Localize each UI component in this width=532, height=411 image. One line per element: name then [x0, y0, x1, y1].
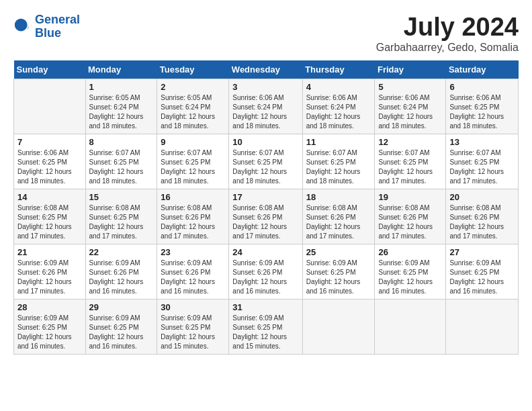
calendar-cell: 25Sunrise: 6:09 AM Sunset: 6:25 PM Dayli… — [302, 244, 375, 299]
day-info: Sunrise: 6:09 AM Sunset: 6:25 PM Dayligh… — [232, 314, 298, 351]
day-number: 27 — [449, 247, 515, 257]
calendar-cell — [302, 299, 375, 354]
logo-text: General Blue — [35, 13, 80, 40]
day-number: 8 — [89, 137, 154, 147]
day-number: 15 — [89, 192, 154, 202]
day-info: Sunrise: 6:09 AM Sunset: 6:25 PM Dayligh… — [449, 259, 515, 296]
day-number: 19 — [378, 192, 442, 202]
calendar-cell: 26Sunrise: 6:09 AM Sunset: 6:25 PM Dayli… — [375, 244, 446, 299]
day-number: 18 — [306, 192, 371, 202]
calendar-cell: 27Sunrise: 6:09 AM Sunset: 6:25 PM Dayli… — [446, 244, 519, 299]
day-info: Sunrise: 6:08 AM Sunset: 6:26 PM Dayligh… — [161, 203, 225, 241]
day-info: Sunrise: 6:07 AM Sunset: 6:25 PM Dayligh… — [161, 148, 225, 186]
calendar-cell — [375, 299, 446, 354]
day-info: Sunrise: 6:06 AM Sunset: 6:24 PM Dayligh… — [378, 93, 442, 131]
calendar-cell — [14, 79, 86, 134]
day-number: 28 — [17, 302, 82, 312]
day-number: 31 — [232, 302, 298, 312]
day-number: 2 — [161, 82, 225, 92]
calendar-cell: 3Sunrise: 6:06 AM Sunset: 6:24 PM Daylig… — [229, 79, 302, 134]
logo-line2: Blue — [35, 26, 61, 40]
title-block: July 2024 Garbahaarrey, Gedo, Somalia — [376, 13, 519, 54]
day-number: 12 — [378, 137, 442, 147]
calendar-cell: 28Sunrise: 6:09 AM Sunset: 6:25 PM Dayli… — [14, 299, 86, 354]
logo-line1: General — [35, 13, 80, 26]
calendar-week-row: 28Sunrise: 6:09 AM Sunset: 6:25 PM Dayli… — [14, 299, 519, 354]
day-number: 9 — [161, 137, 225, 147]
calendar-week-row: 7Sunrise: 6:06 AM Sunset: 6:25 PM Daylig… — [14, 134, 519, 189]
day-number: 17 — [232, 192, 298, 202]
calendar-week-row: 1Sunrise: 6:05 AM Sunset: 6:24 PM Daylig… — [14, 79, 519, 134]
calendar-cell: 4Sunrise: 6:06 AM Sunset: 6:24 PM Daylig… — [302, 79, 375, 134]
day-number: 1 — [89, 82, 154, 92]
day-info: Sunrise: 6:08 AM Sunset: 6:25 PM Dayligh… — [17, 203, 82, 241]
day-info: Sunrise: 6:09 AM Sunset: 6:26 PM Dayligh… — [161, 259, 225, 296]
calendar-cell: 19Sunrise: 6:08 AM Sunset: 6:26 PM Dayli… — [375, 189, 446, 244]
calendar-cell: 20Sunrise: 6:08 AM Sunset: 6:26 PM Dayli… — [446, 189, 519, 244]
day-info: Sunrise: 6:08 AM Sunset: 6:25 PM Dayligh… — [89, 203, 154, 241]
calendar-cell: 17Sunrise: 6:08 AM Sunset: 6:26 PM Dayli… — [229, 189, 302, 244]
header-wednesday: Wednesday — [229, 60, 302, 79]
day-info: Sunrise: 6:06 AM Sunset: 6:25 PM Dayligh… — [449, 93, 515, 131]
calendar-week-row: 21Sunrise: 6:09 AM Sunset: 6:26 PM Dayli… — [14, 244, 519, 299]
header-friday: Friday — [375, 60, 446, 79]
calendar-cell: 24Sunrise: 6:09 AM Sunset: 6:26 PM Dayli… — [229, 244, 302, 299]
day-info: Sunrise: 6:09 AM Sunset: 6:25 PM Dayligh… — [161, 314, 225, 351]
calendar-week-row: 14Sunrise: 6:08 AM Sunset: 6:25 PM Dayli… — [14, 189, 519, 244]
calendar-cell: 8Sunrise: 6:07 AM Sunset: 6:25 PM Daylig… — [85, 134, 157, 189]
calendar-cell: 22Sunrise: 6:09 AM Sunset: 6:26 PM Dayli… — [85, 244, 157, 299]
calendar-cell: 6Sunrise: 6:06 AM Sunset: 6:25 PM Daylig… — [446, 79, 519, 134]
calendar-cell — [446, 299, 519, 354]
day-info: Sunrise: 6:09 AM Sunset: 6:26 PM Dayligh… — [89, 259, 154, 296]
day-number: 10 — [232, 137, 298, 147]
page-header: General Blue July 2024 Garbahaarrey, Ged… — [13, 13, 519, 54]
day-info: Sunrise: 6:05 AM Sunset: 6:24 PM Dayligh… — [161, 93, 225, 131]
day-number: 14 — [17, 192, 82, 202]
calendar-cell: 18Sunrise: 6:08 AM Sunset: 6:26 PM Dayli… — [302, 189, 375, 244]
calendar-cell: 1Sunrise: 6:05 AM Sunset: 6:24 PM Daylig… — [85, 79, 157, 134]
calendar-cell: 31Sunrise: 6:09 AM Sunset: 6:25 PM Dayli… — [229, 299, 302, 354]
day-number: 23 — [161, 247, 225, 257]
calendar-cell: 21Sunrise: 6:09 AM Sunset: 6:26 PM Dayli… — [14, 244, 86, 299]
day-info: Sunrise: 6:07 AM Sunset: 6:25 PM Dayligh… — [378, 148, 442, 186]
month-year: July 2024 — [376, 13, 519, 42]
calendar-cell: 13Sunrise: 6:07 AM Sunset: 6:25 PM Dayli… — [446, 134, 519, 189]
day-info: Sunrise: 6:05 AM Sunset: 6:24 PM Dayligh… — [89, 93, 154, 131]
day-number: 20 — [449, 192, 515, 202]
calendar-cell: 29Sunrise: 6:09 AM Sunset: 6:25 PM Dayli… — [85, 299, 157, 354]
day-info: Sunrise: 6:08 AM Sunset: 6:26 PM Dayligh… — [378, 203, 442, 241]
day-number: 13 — [449, 137, 515, 147]
calendar-cell: 10Sunrise: 6:07 AM Sunset: 6:25 PM Dayli… — [229, 134, 302, 189]
day-info: Sunrise: 6:09 AM Sunset: 6:25 PM Dayligh… — [378, 259, 442, 296]
day-info: Sunrise: 6:07 AM Sunset: 6:25 PM Dayligh… — [232, 148, 298, 186]
calendar-cell: 12Sunrise: 6:07 AM Sunset: 6:25 PM Dayli… — [375, 134, 446, 189]
day-number: 26 — [378, 247, 442, 257]
day-number: 5 — [378, 82, 442, 92]
calendar-header-row: SundayMondayTuesdayWednesdayThursdayFrid… — [14, 60, 519, 79]
calendar-cell: 9Sunrise: 6:07 AM Sunset: 6:25 PM Daylig… — [157, 134, 229, 189]
day-info: Sunrise: 6:06 AM Sunset: 6:24 PM Dayligh… — [306, 93, 371, 131]
header-thursday: Thursday — [302, 60, 375, 79]
calendar-table: SundayMondayTuesdayWednesdayThursdayFrid… — [13, 60, 519, 355]
day-info: Sunrise: 6:08 AM Sunset: 6:26 PM Dayligh… — [449, 203, 515, 241]
day-info: Sunrise: 6:09 AM Sunset: 6:25 PM Dayligh… — [306, 259, 371, 296]
day-number: 11 — [306, 137, 371, 147]
day-number: 6 — [449, 82, 515, 92]
calendar-cell: 2Sunrise: 6:05 AM Sunset: 6:24 PM Daylig… — [157, 79, 229, 134]
day-info: Sunrise: 6:07 AM Sunset: 6:25 PM Dayligh… — [89, 148, 154, 186]
logo-icon — [13, 17, 32, 36]
day-number: 30 — [161, 302, 225, 312]
logo: General Blue — [13, 13, 80, 40]
location: Garbahaarrey, Gedo, Somalia — [376, 42, 519, 54]
day-info: Sunrise: 6:06 AM Sunset: 6:24 PM Dayligh… — [232, 93, 298, 131]
day-info: Sunrise: 6:09 AM Sunset: 6:25 PM Dayligh… — [17, 314, 82, 351]
svg-point-0 — [15, 19, 28, 32]
calendar-cell: 7Sunrise: 6:06 AM Sunset: 6:25 PM Daylig… — [14, 134, 86, 189]
day-number: 24 — [232, 247, 298, 257]
day-number: 22 — [89, 247, 154, 257]
day-number: 21 — [17, 247, 82, 257]
day-number: 25 — [306, 247, 371, 257]
calendar-cell: 30Sunrise: 6:09 AM Sunset: 6:25 PM Dayli… — [157, 299, 229, 354]
header-saturday: Saturday — [446, 60, 519, 79]
day-info: Sunrise: 6:09 AM Sunset: 6:26 PM Dayligh… — [232, 259, 298, 296]
